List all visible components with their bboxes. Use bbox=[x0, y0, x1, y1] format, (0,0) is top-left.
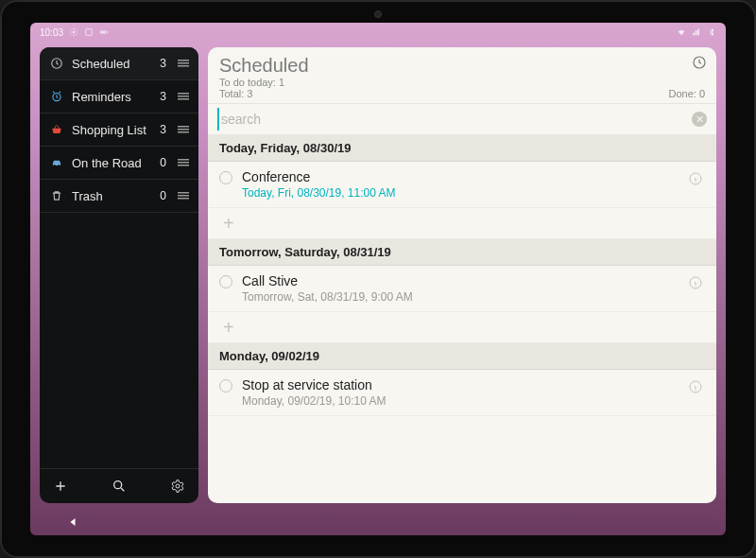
sidebar-bottom bbox=[40, 468, 198, 503]
status-bar: 10:03 bbox=[30, 23, 726, 42]
svg-rect-18 bbox=[178, 159, 189, 161]
svg-point-17 bbox=[58, 165, 60, 166]
wifi-status-icon bbox=[677, 27, 686, 37]
info-icon[interactable] bbox=[688, 379, 705, 398]
sidebar-item-reminders[interactable]: Reminders 3 bbox=[40, 80, 198, 113]
sidebar-item-label: On the Road bbox=[72, 156, 152, 170]
car-icon bbox=[49, 155, 64, 170]
task-subtitle: Tomorrow, Sat, 08/31/19, 9:00 AM bbox=[242, 290, 679, 304]
info-icon[interactable] bbox=[688, 275, 705, 294]
main-header: Scheduled To do today: 1 Total: 3 Done: … bbox=[208, 47, 716, 103]
sidebar-item-count: 3 bbox=[160, 90, 166, 103]
sidebar-item-count: 0 bbox=[160, 189, 166, 202]
basket-icon bbox=[49, 122, 64, 137]
svg-point-24 bbox=[114, 481, 122, 489]
clear-search-icon[interactable]: ✕ bbox=[692, 112, 707, 127]
nav-bar bbox=[30, 509, 726, 535]
back-button[interactable] bbox=[68, 516, 79, 528]
task-subtitle: Monday, 09/02/19, 10:10 AM bbox=[242, 394, 679, 408]
status-time: 10:03 bbox=[40, 27, 63, 38]
svg-rect-21 bbox=[178, 192, 189, 194]
svg-point-16 bbox=[54, 165, 56, 166]
svg-rect-12 bbox=[178, 98, 189, 100]
drag-handle-icon[interactable] bbox=[178, 189, 189, 203]
signal-status-icon bbox=[692, 27, 701, 37]
settings-button[interactable] bbox=[170, 479, 185, 494]
main-panel: Scheduled To do today: 1 Total: 3 Done: … bbox=[208, 47, 716, 503]
svg-point-25 bbox=[176, 484, 180, 488]
screen: 10:03 bbox=[30, 23, 726, 535]
sidebar-item-scheduled[interactable]: Scheduled 3 bbox=[40, 47, 198, 80]
svg-rect-11 bbox=[178, 96, 189, 97]
sidebar-list: Scheduled 3 Reminders 3 bbox=[40, 47, 198, 468]
section-header: Tomorrow, Saturday, 08/31/19 bbox=[208, 239, 716, 266]
search-input[interactable] bbox=[217, 108, 692, 131]
task-row[interactable]: Call Stive Tomorrow, Sat, 08/31/19, 9:00… bbox=[208, 266, 716, 312]
task-subtitle: Today, Fri, 08/30/19, 11:00 AM bbox=[242, 186, 679, 200]
sidebar-item-shopping-list[interactable]: Shopping List 3 bbox=[40, 113, 198, 147]
svg-rect-3 bbox=[101, 31, 106, 33]
search-button[interactable] bbox=[112, 479, 127, 494]
svg-rect-14 bbox=[178, 129, 189, 131]
sidebar-item-count: 0 bbox=[160, 156, 166, 169]
task-title: Stop at service station bbox=[242, 377, 679, 392]
sidebar-item-label: Scheduled bbox=[72, 57, 152, 71]
drag-handle-icon[interactable] bbox=[178, 156, 189, 170]
complete-checkbox[interactable] bbox=[219, 275, 232, 288]
svg-rect-4 bbox=[107, 31, 108, 33]
task-row[interactable]: Stop at service station Monday, 09/02/19… bbox=[208, 370, 716, 416]
bluetooth-status-icon bbox=[707, 27, 716, 37]
done-label: Done: 0 bbox=[668, 88, 705, 99]
add-task-button[interactable]: + bbox=[208, 208, 716, 239]
task-title: Call Stive bbox=[242, 273, 679, 288]
tablet-frame: 10:03 bbox=[0, 0, 756, 558]
task-title: Conference bbox=[242, 169, 679, 184]
complete-checkbox[interactable] bbox=[219, 171, 232, 184]
svg-rect-23 bbox=[178, 198, 189, 200]
history-icon[interactable] bbox=[692, 57, 707, 73]
svg-rect-6 bbox=[178, 60, 189, 61]
drag-handle-icon[interactable] bbox=[178, 90, 189, 104]
add-task-button[interactable]: + bbox=[208, 312, 716, 343]
task-list[interactable]: Today, Friday, 08/30/19 Conference Today… bbox=[208, 135, 716, 503]
sidebar-item-label: Reminders bbox=[72, 90, 152, 104]
svg-rect-22 bbox=[178, 195, 189, 197]
workspace: Scheduled 3 Reminders 3 bbox=[30, 42, 726, 509]
svg-rect-19 bbox=[178, 162, 189, 164]
section-header: Today, Friday, 08/30/19 bbox=[208, 135, 716, 162]
page-title: Scheduled bbox=[219, 55, 705, 77]
svg-rect-13 bbox=[178, 126, 189, 128]
sidebar-item-label: Trash bbox=[72, 189, 152, 203]
svg-rect-20 bbox=[178, 165, 189, 166]
sidebar-item-count: 3 bbox=[160, 123, 166, 136]
trash-icon bbox=[49, 188, 64, 203]
gear-status-icon bbox=[69, 27, 78, 37]
front-camera bbox=[374, 10, 382, 18]
svg-rect-10 bbox=[178, 93, 189, 95]
clock-icon bbox=[49, 56, 64, 71]
svg-rect-8 bbox=[178, 65, 189, 67]
svg-point-0 bbox=[73, 31, 76, 34]
battery-status-icon bbox=[99, 27, 109, 37]
svg-rect-7 bbox=[178, 62, 189, 64]
square-status-icon bbox=[84, 27, 94, 37]
sidebar-item-on-the-road[interactable]: On the Road 0 bbox=[40, 147, 198, 180]
svg-rect-1 bbox=[86, 29, 93, 36]
drag-handle-icon[interactable] bbox=[178, 57, 189, 71]
svg-rect-15 bbox=[178, 131, 189, 133]
sidebar: Scheduled 3 Reminders 3 bbox=[40, 47, 198, 503]
todo-today-label: To do today: 1 bbox=[219, 77, 284, 88]
sidebar-item-label: Shopping List bbox=[72, 123, 152, 137]
add-list-button[interactable] bbox=[53, 479, 68, 494]
sidebar-item-count: 3 bbox=[160, 57, 166, 70]
sidebar-item-trash[interactable]: Trash 0 bbox=[40, 180, 198, 213]
section-header: Monday, 09/02/19 bbox=[208, 343, 716, 370]
complete-checkbox[interactable] bbox=[219, 379, 232, 392]
search-row: ✕ bbox=[208, 103, 716, 135]
info-icon[interactable] bbox=[688, 171, 705, 190]
total-label: Total: 3 bbox=[219, 88, 252, 99]
task-row[interactable]: Conference Today, Fri, 08/30/19, 11:00 A… bbox=[208, 162, 716, 208]
alarm-icon bbox=[49, 89, 64, 104]
drag-handle-icon[interactable] bbox=[178, 123, 189, 137]
